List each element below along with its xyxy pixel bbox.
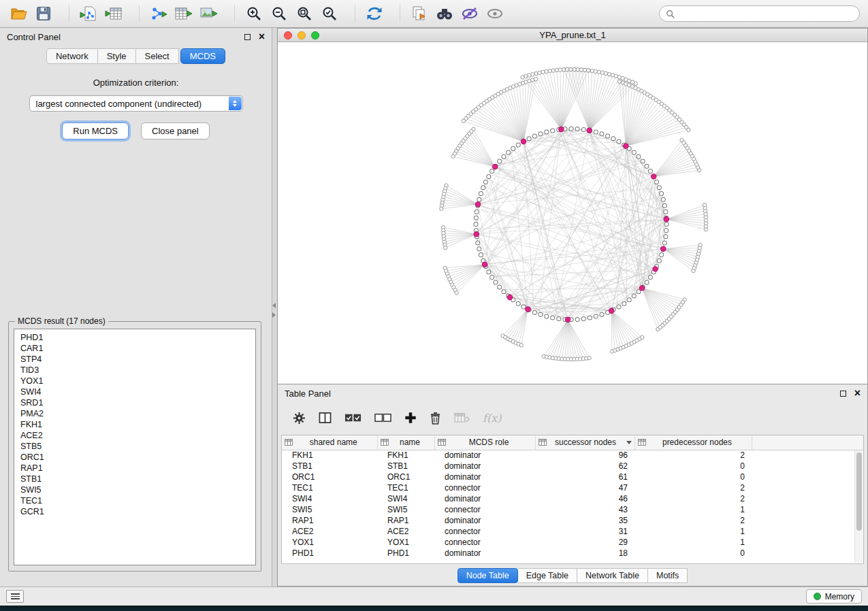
sort-chevron-icon[interactable] [626, 441, 632, 444]
cell-name[interactable]: PHD1 [377, 548, 434, 559]
zoom-fit-icon[interactable] [294, 3, 315, 24]
result-item[interactable]: STB1 [20, 474, 255, 484]
cell-name[interactable]: STB1 [377, 461, 434, 472]
tab-select[interactable]: Select [136, 48, 179, 64]
run-mcds-button[interactable]: Run MCDS [62, 122, 129, 139]
close-panel-icon[interactable]: × [259, 31, 265, 42]
import-network-file-icon[interactable] [78, 3, 99, 24]
result-item[interactable]: FKH1 [20, 419, 255, 430]
window-zoom-button[interactable] [311, 31, 319, 39]
result-item[interactable]: RAP1 [20, 463, 255, 474]
cell-predecessors[interactable]: 2 [634, 482, 752, 493]
float-table-panel-icon[interactable] [840, 391, 846, 397]
cell-shared_name[interactable]: STB1 [282, 461, 377, 472]
tab-motifs[interactable]: Motifs [648, 568, 688, 583]
tab-network-table[interactable]: Network Table [577, 568, 648, 583]
result-item[interactable]: SRD1 [20, 397, 255, 408]
cell-shared_name[interactable]: RAP1 [282, 515, 377, 526]
column-header-successor-nodes[interactable]: successor nodes [535, 435, 634, 450]
cell-successors[interactable]: 43 [535, 504, 634, 515]
cell-successors[interactable]: 47 [535, 482, 634, 493]
cell-role[interactable]: dominator [434, 548, 535, 559]
cell-name[interactable]: ACE2 [377, 526, 434, 537]
result-item[interactable]: STP4 [20, 354, 255, 365]
delete-column-icon[interactable] [430, 412, 441, 425]
cell-predecessors[interactable]: 2 [634, 450, 752, 461]
cell-predecessors[interactable]: 1 [634, 504, 752, 515]
cell-name[interactable]: SWI4 [377, 493, 434, 504]
cell-successors[interactable]: 35 [535, 515, 634, 526]
tab-network[interactable]: Network [46, 48, 98, 64]
cell-successors[interactable]: 18 [535, 548, 634, 559]
search-network-icon[interactable] [434, 3, 455, 24]
result-item[interactable]: GCR1 [20, 506, 255, 517]
cell-shared_name[interactable]: YOX1 [282, 537, 377, 548]
table-row[interactable]: RAP1RAP1dominator352 [282, 515, 863, 526]
search-field[interactable] [659, 5, 860, 22]
table-row[interactable]: ORC1ORC1dominator610 [282, 472, 863, 482]
export-network-icon[interactable] [148, 3, 169, 24]
column-header-name[interactable]: name [377, 435, 434, 450]
cell-shared_name[interactable]: PHD1 [282, 548, 377, 559]
cell-role[interactable]: connector [434, 482, 535, 493]
expand-right-icon[interactable] [272, 312, 276, 318]
cell-shared_name[interactable]: FKH1 [282, 450, 377, 461]
table-row[interactable]: YOX1YOX1connector291 [282, 537, 863, 548]
tab-node-table[interactable]: Node Table [457, 568, 518, 583]
clone-network-icon[interactable] [409, 3, 430, 24]
apply-layout-icon[interactable] [364, 3, 385, 24]
close-panel-button[interactable]: Close panel [141, 122, 210, 139]
export-image-icon[interactable] [199, 3, 219, 24]
cell-name[interactable]: YOX1 [377, 537, 434, 548]
cell-predecessors[interactable]: 2 [634, 515, 752, 526]
mcds-result-list[interactable]: PHD1CAR1STP4TID3YOX1SWI4SRD1PMA2FKH1ACE2… [14, 329, 256, 565]
tab-mcds[interactable]: MCDS [180, 48, 225, 64]
float-panel-icon[interactable] [244, 34, 251, 40]
deselect-all-icon[interactable] [374, 412, 391, 423]
tab-style[interactable]: Style [98, 48, 136, 64]
cell-shared_name[interactable]: ACE2 [282, 526, 377, 537]
cell-role[interactable]: dominator [434, 515, 535, 526]
cell-role[interactable]: dominator [434, 461, 535, 472]
cell-successors[interactable]: 46 [535, 493, 634, 504]
zoom-out-icon[interactable] [269, 3, 289, 24]
table-row[interactable]: ACE2ACE2connector311 [282, 526, 863, 537]
table-row[interactable]: SWI5SWI5connector431 [282, 504, 863, 515]
result-item[interactable]: YOX1 [20, 376, 255, 386]
window-close-button[interactable] [284, 31, 292, 39]
cell-role[interactable]: connector [434, 537, 535, 548]
collapse-left-icon[interactable] [272, 303, 276, 308]
table-row[interactable]: FKH1FKH1dominator962 [282, 450, 863, 461]
table-row[interactable]: PHD1PHD1dominator180 [282, 548, 863, 559]
gear-icon[interactable] [293, 412, 306, 425]
result-item[interactable]: TEC1 [20, 495, 255, 506]
cell-name[interactable]: FKH1 [377, 450, 434, 461]
close-table-panel-icon[interactable]: × [854, 388, 861, 399]
cell-name[interactable]: SWI5 [377, 504, 434, 515]
scrollbar-thumb[interactable] [856, 452, 862, 531]
column-header-shared-name[interactable]: shared name [282, 435, 377, 450]
cell-successors[interactable]: 31 [535, 526, 634, 537]
network-canvas[interactable] [278, 42, 867, 384]
show-columns-icon[interactable] [319, 412, 332, 424]
vertical-splitter[interactable] [272, 28, 277, 587]
cell-role[interactable]: dominator [434, 472, 535, 482]
cell-successors[interactable]: 96 [535, 450, 634, 461]
result-item[interactable]: PHD1 [20, 332, 255, 343]
task-menu-icon[interactable] [6, 590, 24, 603]
cell-role[interactable]: dominator [434, 493, 535, 504]
column-header-predecessor-nodes[interactable]: predecessor nodes [634, 435, 752, 450]
hide-selected-icon[interactable] [460, 3, 480, 24]
criterion-dropdown[interactable]: largest connected component (undirected) [29, 95, 243, 112]
memory-button[interactable]: Memory [806, 589, 862, 604]
cell-shared_name[interactable]: SWI4 [282, 493, 377, 504]
search-input[interactable] [679, 9, 853, 18]
result-item[interactable]: SWI5 [20, 484, 255, 495]
cell-name[interactable]: ORC1 [377, 472, 434, 482]
table-row[interactable]: STB1STB1dominator620 [282, 461, 863, 472]
function-builder-icon[interactable]: f(x) [483, 412, 501, 425]
open-file-icon[interactable] [8, 3, 29, 24]
save-icon[interactable] [33, 3, 54, 24]
cell-shared_name[interactable]: TEC1 [282, 482, 377, 493]
zoom-selected-icon[interactable] [319, 3, 340, 24]
